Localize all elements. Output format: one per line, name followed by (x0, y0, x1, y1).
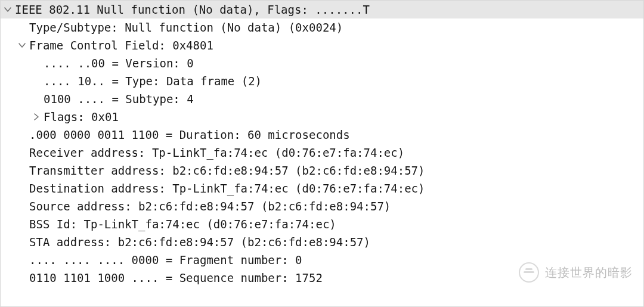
field-receiver-address: Receiver address: Tp-LinkT_fa:74:ec (d0:… (29, 144, 404, 162)
tree-row-802-11-summary[interactable]: IEEE 802.11 Null function (No data), Fla… (1, 1, 643, 18)
tree-row-type[interactable]: .... 10.. = Type: Data frame (2) (1, 72, 643, 90)
watermark-text: 连接世界的暗影 (545, 263, 633, 281)
tree-row-receiver-address[interactable]: Receiver address: Tp-LinkT_fa:74:ec (d0:… (1, 144, 643, 162)
field-duration: .000 0000 0011 1100 = Duration: 60 micro… (29, 126, 350, 144)
field-summary: IEEE 802.11 Null function (No data), Fla… (15, 1, 370, 18)
tree-row-type-subtype[interactable]: Type/Subtype: Null function (No data) (0… (1, 18, 643, 36)
chevron-down-icon[interactable] (1, 6, 15, 13)
tree-row-flags[interactable]: Flags: 0x01 (1, 108, 643, 126)
tree-row-destination-address[interactable]: Destination address: Tp-LinkT_fa:74:ec (… (1, 179, 643, 197)
field-subtype: 0100 .... = Subtype: 4 (44, 90, 194, 108)
tree-row-transmitter-address[interactable]: Transmitter address: b2:c6:fd:e8:94:57 (… (1, 162, 643, 179)
field-destination-address: Destination address: Tp-LinkT_fa:74:ec (… (29, 179, 425, 197)
tree-row-version[interactable]: .... ..00 = Version: 0 (1, 54, 643, 72)
field-transmitter-address: Transmitter address: b2:c6:fd:e8:94:57 (… (29, 162, 425, 179)
field-type-subtype: Type/Subtype: Null function (No data) (0… (29, 18, 343, 36)
tree-row-source-address[interactable]: Source address: b2:c6:fd:e8:94:57 (b2:c6… (1, 197, 643, 215)
field-sta-address: STA address: b2:c6:fd:e8:94:57 (b2:c6:fd… (29, 233, 370, 251)
tree-row-duration[interactable]: .000 0000 0011 1100 = Duration: 60 micro… (1, 126, 643, 144)
field-type: .... 10.. = Type: Data frame (2) (44, 72, 262, 90)
field-flags: Flags: 0x01 (44, 108, 119, 126)
field-fragment-number: .... .... .... 0000 = Fragment number: 0 (29, 251, 302, 269)
field-frame-control: Frame Control Field: 0x4801 (29, 36, 213, 54)
field-bss-id: BSS Id: Tp-LinkT_fa:74:ec (d0:76:e7:fa:7… (29, 215, 336, 233)
watermark: 连接世界的暗影 (519, 262, 633, 283)
field-version: .... ..00 = Version: 0 (44, 54, 194, 72)
tree-row-subtype[interactable]: 0100 .... = Subtype: 4 (1, 90, 643, 108)
tree-row-sta-address[interactable]: STA address: b2:c6:fd:e8:94:57 (b2:c6:fd… (1, 233, 643, 251)
packet-details-pane: IEEE 802.11 Null function (No data), Fla… (0, 0, 644, 307)
field-sequence-number: 0110 1101 1000 .... = Sequence number: 1… (29, 269, 323, 287)
wechat-icon (519, 262, 539, 283)
chevron-right-icon[interactable] (29, 113, 44, 120)
tree-row-bss-id[interactable]: BSS Id: Tp-LinkT_fa:74:ec (d0:76:e7:fa:7… (1, 215, 643, 233)
tree-row-frame-control[interactable]: Frame Control Field: 0x4801 (1, 36, 643, 54)
chevron-down-icon[interactable] (15, 42, 29, 49)
field-source-address: Source address: b2:c6:fd:e8:94:57 (b2:c6… (29, 197, 391, 215)
